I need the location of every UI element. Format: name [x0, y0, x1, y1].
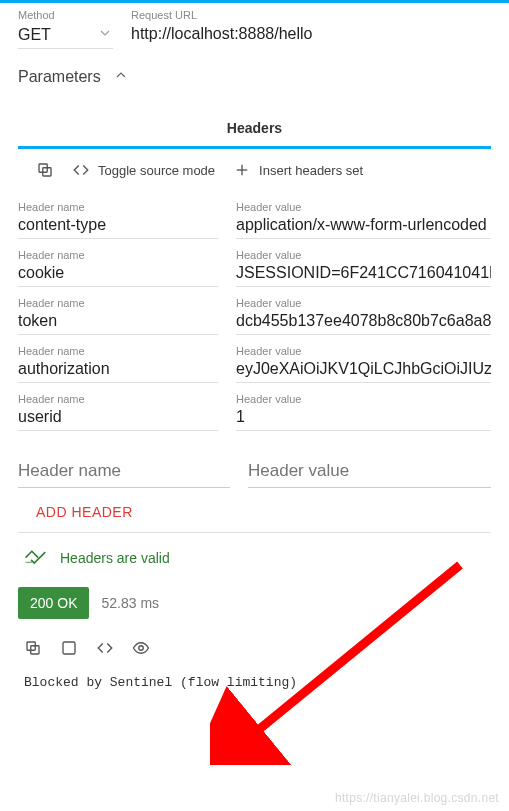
download-icon[interactable]: [60, 639, 78, 657]
insert-headers-set-label: Insert headers set: [259, 163, 363, 178]
headers-valid-text: Headers are valid: [60, 550, 170, 566]
header-value-input[interactable]: [236, 213, 491, 239]
valid-check-icon: [24, 547, 46, 569]
header-row: Header name Header value: [0, 193, 509, 241]
url-input[interactable]: [131, 23, 491, 48]
response-status-row: 200 OK 52.83 ms: [0, 583, 509, 629]
header-row: Header name Header value: [0, 337, 509, 385]
headers-toolbar: Toggle source mode Insert headers set: [0, 149, 509, 189]
add-header-button[interactable]: ADD HEADER: [36, 504, 133, 520]
method-field[interactable]: Method GET: [18, 9, 113, 49]
header-value-label: Header value: [236, 249, 491, 261]
chevron-down-icon: [97, 25, 113, 44]
header-name-label: Header name: [18, 249, 218, 261]
copy-icon[interactable]: [36, 161, 54, 179]
header-value-label: Header value: [236, 393, 491, 405]
headers-valid-row: Headers are valid: [0, 533, 509, 583]
request-line: Method GET Request URL: [0, 3, 509, 49]
code-icon: [72, 161, 90, 179]
response-toolbar: [0, 629, 509, 663]
toggle-source-button[interactable]: Toggle source mode: [72, 161, 215, 179]
header-value-input[interactable]: [236, 309, 491, 335]
header-value-label: Header value: [236, 297, 491, 309]
method-label: Method: [18, 9, 113, 21]
svg-point-9: [139, 646, 144, 651]
header-value-input[interactable]: [236, 261, 491, 287]
header-name-label: Header name: [18, 345, 218, 357]
tab-headers[interactable]: Headers: [18, 110, 491, 149]
watermark: https://tianyalei.blog.csdn.net: [335, 791, 499, 805]
toggle-source-label: Toggle source mode: [98, 163, 215, 178]
chevron-up-icon: [113, 67, 129, 86]
code-view-icon[interactable]: [96, 639, 114, 657]
header-name-input[interactable]: [18, 405, 218, 431]
status-badge: 200 OK: [18, 587, 89, 619]
parameters-title: Parameters: [18, 68, 101, 86]
header-row-empty: [0, 433, 509, 490]
header-row: Header name Header value: [0, 241, 509, 289]
header-row: Header name Header value: [0, 289, 509, 337]
method-select[interactable]: GET: [18, 23, 113, 49]
method-value-text: GET: [18, 26, 51, 44]
header-name-input[interactable]: [18, 261, 218, 287]
parameters-header[interactable]: Parameters: [0, 49, 509, 86]
eye-icon[interactable]: [132, 639, 150, 657]
parameters-tabs: Headers: [18, 110, 491, 149]
header-name-input[interactable]: [18, 309, 218, 335]
header-name-input[interactable]: [18, 213, 218, 239]
insert-headers-set-button[interactable]: Insert headers set: [233, 161, 363, 179]
header-value-input-empty[interactable]: [248, 451, 491, 488]
header-name-label: Header name: [18, 393, 218, 405]
header-value-input[interactable]: [236, 357, 491, 383]
header-row: Header name Header value: [0, 385, 509, 433]
header-name-label: Header name: [18, 297, 218, 309]
url-field[interactable]: Request URL: [131, 9, 491, 49]
url-label: Request URL: [131, 9, 491, 21]
header-name-label: Header name: [18, 201, 218, 213]
header-value-input[interactable]: [236, 405, 491, 431]
add-header-row: ADD HEADER: [18, 490, 491, 533]
response-timing: 52.83 ms: [101, 595, 159, 611]
copy-response-icon[interactable]: [24, 639, 42, 657]
plus-icon: [233, 161, 251, 179]
header-value-label: Header value: [236, 201, 491, 213]
header-name-input[interactable]: [18, 357, 218, 383]
header-name-input-empty[interactable]: [18, 451, 230, 488]
response-body: Blocked by Sentinel (flow limiting): [0, 663, 509, 690]
header-value-label: Header value: [236, 345, 491, 357]
headers-list: Header name Header value Header name Hea…: [0, 189, 509, 490]
